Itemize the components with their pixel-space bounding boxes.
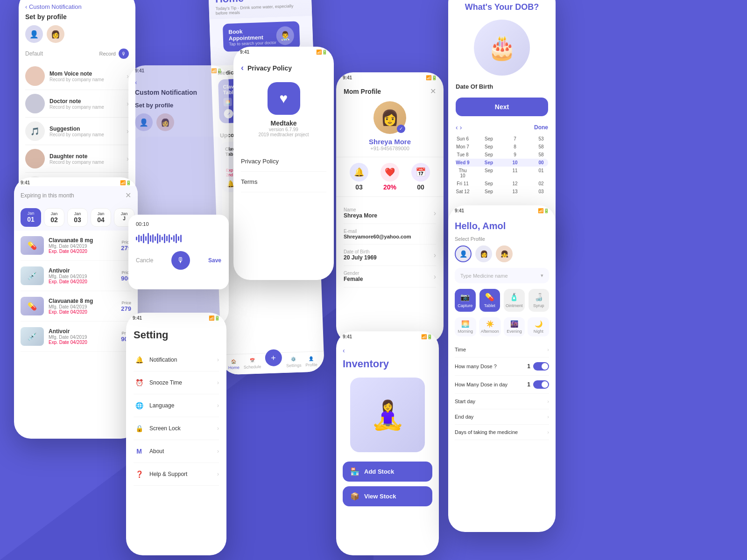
about-icon: M <box>134 446 145 457</box>
setting-language[interactable]: 🌐 Language › <box>134 394 219 417</box>
exp-date-1: Exp. Date 04/2020 <box>49 279 116 284</box>
nav-profile[interactable]: 👤 Profile <box>305 356 317 367</box>
add-stock-icon: 🏪 <box>350 467 359 476</box>
list-item[interactable]: Doctor note Record by company name › <box>25 90 129 118</box>
inventory-back[interactable]: ‹ <box>343 347 432 354</box>
date-pill-02[interactable]: Jan 02 <box>44 208 64 227</box>
privacy-link[interactable]: Privacy Policy <box>241 151 326 172</box>
status-bar-10: 9:41 📶🔋 <box>336 331 439 340</box>
field-dob[interactable]: Date of Birth 20 July 1969 › <box>344 245 436 266</box>
setting-notification[interactable]: 🔔 Notification › <box>134 349 219 371</box>
date-pill-04[interactable]: Jan 04 <box>91 208 111 227</box>
time-row[interactable]: Time › <box>455 342 549 357</box>
tod-night[interactable]: 🌙 Night <box>528 317 549 336</box>
back-button-4[interactable]: ‹ <box>135 79 222 86</box>
date-month-1: Jan <box>51 211 58 216</box>
field-chevron: › <box>434 209 436 217</box>
avatar-1[interactable]: 👤 <box>25 25 43 43</box>
exp-item-1[interactable]: 💉 Antivoir Mfg. Date 04/2019 Exp. Date 0… <box>21 261 131 291</box>
days-taking-row[interactable]: Days of taking the medicine › <box>455 425 549 440</box>
setting-snooze[interactable]: ⏰ Snooze Time › <box>134 371 219 394</box>
profile-avatar-3[interactable]: 👧 <box>496 245 513 262</box>
nav-add-button[interactable]: + <box>265 349 282 366</box>
status-bar-7: 9:41 📶🔋 <box>14 177 138 186</box>
dose-toggle-track[interactable] <box>533 362 549 371</box>
gender-field-val: Female <box>344 276 363 282</box>
cal-next-icon[interactable]: › <box>460 124 462 131</box>
set-by-profile-label-4: Set by profile <box>135 102 222 109</box>
type-btn-syrup[interactable]: 🍶 Syrup <box>529 289 550 312</box>
note-info-daughter: Daughter note Record by company name <box>49 153 122 165</box>
save-button[interactable]: Save <box>208 257 221 264</box>
nav-settings[interactable]: ⚙️ Settings <box>286 357 301 368</box>
morning-label: Morning <box>458 329 473 334</box>
view-stock-button[interactable]: 📦 View Stock <box>343 486 432 506</box>
avatar-emoji: 👩 <box>381 109 399 126</box>
field-gender[interactable]: Gender Female › <box>344 266 436 287</box>
nav-home[interactable]: 🏠 Home <box>228 359 240 370</box>
tod-morning[interactable]: 🌅 Morning <box>455 317 476 336</box>
dose-day-toggle-track[interactable] <box>533 380 549 389</box>
dob-label: Date Of Birth <box>456 83 548 90</box>
setting-item-left-2: 🌐 Language <box>134 400 174 411</box>
record-badge[interactable]: 🎙 <box>119 49 129 59</box>
exp-item-3[interactable]: 💉 Antivoir Mfg. Date 04/2019 Exp. Date 0… <box>21 322 131 352</box>
date-pill-03[interactable]: Jan 03 <box>67 208 88 227</box>
end-day-row[interactable]: End day › <box>455 409 549 425</box>
type-btn-ointment[interactable]: 🧴 Ointment <box>504 289 525 312</box>
back-arrow-icon[interactable]: ‹ <box>241 63 244 73</box>
cancel-button[interactable]: Cancle <box>136 257 153 264</box>
cal-prev-icon[interactable]: ‹ <box>456 124 458 131</box>
setting-screen-lock[interactable]: 🔒 Screen Lock › <box>134 417 219 440</box>
terms-link[interactable]: Terms <box>241 172 326 192</box>
type-btn-tablet[interactable]: 💊 Tablet <box>479 289 500 312</box>
avatar-4-2: 👩 <box>156 113 174 131</box>
done-label[interactable]: Done <box>534 124 548 131</box>
note-avatar-suggestion: 🎵 <box>25 121 45 141</box>
default-label: Default <box>25 50 43 57</box>
profile-avatar-2[interactable]: 👩 <box>475 245 492 262</box>
setting-about[interactable]: M About › <box>134 440 219 463</box>
date-day-3: 04 <box>97 216 105 224</box>
exp-item-0[interactable]: 💊 Clavuanate 8 mg Mfg. Date 04/2019 Exp.… <box>21 231 131 261</box>
list-item[interactable]: Daughter note Record by company name › <box>25 145 129 173</box>
exp-med-name-2: Clavuanate 8 mg <box>49 298 116 304</box>
close-icon[interactable]: ✕ <box>125 191 131 200</box>
home-nav-icon: 🏠 <box>231 359 236 364</box>
tod-afternoon[interactable]: ☀️ Afternoon <box>479 317 501 336</box>
list-item[interactable]: 🎵 Suggestion Record by company name › <box>25 118 129 145</box>
start-day-row[interactable]: Start day › <box>455 394 549 409</box>
phone-add-medicine: 9:41 📶🔋 Hello, Amol Select Profile 👤 👩 👧… <box>448 205 556 532</box>
type-btn-capture[interactable]: 📷 Capture <box>455 289 476 312</box>
stat-calendar: 📅 00 <box>411 163 430 191</box>
exp-med-name-0: Clavuanate 8 mg <box>49 237 116 244</box>
dose-day-toggle[interactable]: 1 <box>527 380 549 389</box>
stat-val-0: 03 <box>350 183 368 191</box>
wave-bar <box>143 234 144 243</box>
setting-help[interactable]: ❓ Help & Support › <box>134 463 219 486</box>
medicine-name-input[interactable]: Type Medicine name ▾ <box>455 268 549 283</box>
record-row: Record 🎙 <box>99 49 129 59</box>
avatar-2[interactable]: 👩 <box>47 25 64 43</box>
close-button[interactable]: ✕ <box>430 87 436 96</box>
date-pill-01[interactable]: Jan 01 <box>21 208 41 227</box>
exp-item-2[interactable]: 💊 Clavuanate 8 mg Mfg. Date 04/2019 Exp.… <box>21 291 131 322</box>
start-day-label: Start day <box>455 399 475 404</box>
dose-day-toggle-thumb <box>542 381 548 388</box>
back-button-1[interactable]: ‹ Custom Notification <box>25 3 129 10</box>
add-stock-button[interactable]: 🏪 Add Stock <box>343 462 432 482</box>
waveform <box>136 231 221 245</box>
list-item[interactable]: Mom Voice note Record by company name › <box>25 63 129 90</box>
cal-row-3[interactable]: Wed 9 Sep 10 00 <box>456 159 548 167</box>
evening-label: Evening <box>507 329 522 334</box>
dose-day-row: How Many Dose in day 1 <box>455 376 549 394</box>
privacy-inner: ‹ Privacy Policy ♥ Medtake version 6.7.9… <box>233 56 334 200</box>
profile-avatar-1[interactable]: 👤 <box>455 245 472 262</box>
nav-schedule[interactable]: 📅 Schedule <box>243 358 261 370</box>
dose-toggle[interactable]: 1 <box>527 362 549 371</box>
mic-button[interactable]: 🎙 <box>171 251 190 270</box>
tod-evening[interactable]: 🌆 Evening <box>504 317 525 336</box>
phone-inventory: 9:41 📶🔋 ‹ Inventory 🧘‍♀️ 🏪 Add Stock 📦 V… <box>336 331 439 555</box>
price-label-2: Price <box>121 301 131 305</box>
next-button[interactable]: Next <box>456 98 548 116</box>
